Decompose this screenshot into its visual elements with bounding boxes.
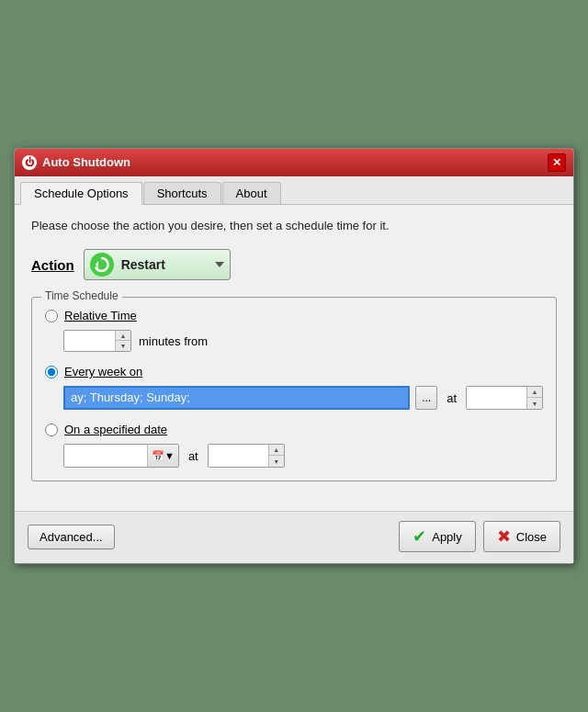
- advanced-button[interactable]: Advanced...: [28, 525, 115, 549]
- specified-date-label: On a specified date: [64, 423, 167, 436]
- every-week-time-down[interactable]: ▼: [527, 398, 542, 409]
- action-dropdown[interactable]: Restart: [84, 249, 231, 280]
- window-title: Auto Shutdown: [42, 155, 130, 169]
- date-picker-button[interactable]: 📅▼: [147, 445, 178, 467]
- specified-date-time-arrows: ▲ ▼: [268, 445, 284, 467]
- minutes-up-arrow[interactable]: ▲: [116, 331, 130, 341]
- action-icon: [90, 253, 114, 277]
- title-bar: ⏻ Auto Shutdown ✕: [15, 149, 573, 176]
- minutes-input[interactable]: 10: [64, 331, 115, 351]
- date-field[interactable]: 04/02/2010 📅▼: [63, 444, 179, 468]
- tab-bar: Schedule Options Shortcuts About: [15, 176, 573, 205]
- apply-label: Apply: [432, 530, 462, 544]
- main-window: ⏻ Auto Shutdown ✕ Schedule Options Short…: [14, 148, 574, 564]
- dropdown-arrow-icon: [215, 262, 224, 267]
- title-bar-left: ⏻ Auto Shutdown: [22, 155, 130, 170]
- specified-date-time-spinner[interactable]: 06:34 ظ.ق ▲ ▼: [208, 444, 285, 468]
- days-input-container: ay; Thursday; Sunday; ... at 06:39 ظ.ق ▲…: [63, 386, 543, 410]
- every-week-time-spinner[interactable]: 06:39 ظ.ق ▲ ▼: [466, 386, 543, 410]
- close-label: Close: [516, 530, 547, 544]
- apply-icon: ✔: [413, 526, 426, 547]
- app-icon: ⏻: [22, 155, 37, 170]
- window-close-button[interactable]: ✕: [548, 153, 566, 172]
- bottom-bar: Advanced... ✔ Apply ✖ Close: [15, 511, 573, 563]
- date-input-container: 04/02/2010 📅▼ at 06:34 ظ.ق ▲ ▼: [63, 444, 543, 468]
- group-legend: Time Schedule: [41, 289, 122, 302]
- tab-schedule-options[interactable]: Schedule Options: [20, 182, 142, 205]
- minutes-arrows: ▲ ▼: [115, 331, 130, 351]
- every-week-time-input[interactable]: 06:39 ظ.ق: [467, 387, 526, 409]
- relative-time-input-row: 10 ▲ ▼ minutes from: [63, 330, 543, 352]
- tab-about[interactable]: About: [222, 182, 281, 204]
- specified-date-at-label: at: [188, 449, 198, 463]
- minutes-down-arrow[interactable]: ▼: [116, 341, 130, 351]
- right-buttons: ✔ Apply ✖ Close: [399, 521, 560, 552]
- close-x-icon: ✖: [497, 526, 511, 547]
- specified-date-time-up[interactable]: ▲: [269, 445, 284, 456]
- every-week-label: Every week on: [64, 365, 142, 379]
- specified-date-time-down[interactable]: ▼: [269, 456, 284, 467]
- specified-date-time-input[interactable]: 06:34 ظ.ق: [209, 445, 268, 467]
- close-button[interactable]: ✖ Close: [483, 521, 560, 552]
- minutes-from-label: minutes from: [139, 334, 208, 348]
- action-value: Restart: [121, 257, 208, 272]
- group-inner: Relative Time 10 ▲ ▼ minutes from E: [45, 309, 543, 468]
- relative-time-radio-row: Relative Time: [45, 309, 543, 322]
- specified-date-radio-row: On a specified date: [45, 423, 543, 436]
- relative-time-label: Relative Time: [64, 309, 137, 322]
- every-week-radio[interactable]: [45, 366, 58, 379]
- every-week-time-arrows: ▲ ▼: [526, 387, 542, 409]
- tab-shortcuts[interactable]: Shortcuts: [143, 182, 221, 204]
- every-week-radio-row: Every week on: [45, 365, 543, 379]
- description-text: Please choose the action you desire, the…: [31, 218, 557, 234]
- every-week-time-up[interactable]: ▲: [527, 387, 542, 398]
- apply-button[interactable]: ✔ Apply: [399, 521, 476, 552]
- date-text-input[interactable]: 04/02/2010: [64, 445, 147, 467]
- minutes-spinner[interactable]: 10 ▲ ▼: [63, 330, 131, 352]
- action-row: Action Restart: [31, 249, 557, 280]
- days-field[interactable]: ay; Thursday; Sunday;: [63, 386, 410, 410]
- time-schedule-group: Time Schedule Relative Time 10 ▲ ▼ mi: [31, 297, 557, 481]
- content-area: Please choose the action you desire, the…: [15, 205, 573, 511]
- relative-time-radio[interactable]: [45, 310, 58, 322]
- browse-days-button[interactable]: ...: [415, 386, 437, 410]
- action-label: Action: [31, 257, 74, 273]
- specified-date-radio[interactable]: [45, 424, 58, 436]
- every-week-at-label: at: [447, 391, 457, 405]
